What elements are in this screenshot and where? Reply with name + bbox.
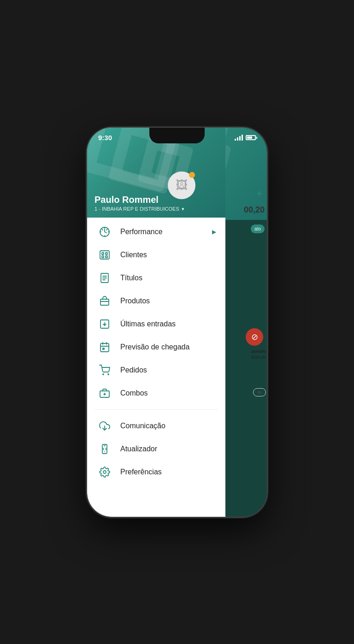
- svg-point-19: [108, 374, 109, 375]
- battery-icon: [246, 135, 256, 140]
- svg-rect-0: [100, 251, 109, 259]
- atualizador-icon: [96, 443, 113, 455]
- menu-section-main: Performance ▶: [87, 218, 225, 408]
- menu-item-label-titulos: Títulos: [120, 274, 216, 282]
- blocked-text: queado: [251, 349, 266, 354]
- svg-rect-1: [102, 253, 104, 254]
- drawer-chevron-icon: ▾: [182, 206, 184, 212]
- menu-item-label-produtos: Produtos: [120, 297, 216, 305]
- menu-item-label-comunicacao: Comunicação: [120, 422, 216, 430]
- phone-screen: 🖼 Paulo Rommel 1 - INBAHIA REP E DISTRIB…: [87, 128, 267, 517]
- drawer-avatar-icon: 🖼: [176, 178, 188, 192]
- menu-item-combos[interactable]: Combos: [87, 382, 225, 405]
- side-drawer: 🖼 Paulo Rommel 1 - INBAHIA REP E DISTRIB…: [87, 128, 225, 517]
- menu-section-secondary: Comunicação A: [87, 412, 225, 486]
- drawer-menu: Performance ▶: [87, 218, 225, 517]
- drawer-user-info: Paulo Rommel 1 - INBAHIA REP E DISTRIBUI…: [94, 195, 184, 212]
- svg-point-18: [103, 374, 104, 375]
- svg-rect-3: [102, 256, 104, 258]
- menu-item-performance[interactable]: Performance ▶: [87, 220, 225, 243]
- menu-item-comunicacao[interactable]: Comunicação: [87, 414, 225, 437]
- combos-icon: [96, 388, 113, 399]
- previsao-chegada-icon: [96, 342, 113, 353]
- status-time: 9:30: [98, 134, 112, 142]
- menu-item-produtos[interactable]: Produtos: [87, 290, 225, 313]
- performance-icon: [96, 226, 113, 237]
- svg-point-26: [104, 451, 105, 452]
- menu-item-label-previsao-chegada: Previsão de chegada: [120, 343, 216, 351]
- svg-rect-13: [100, 343, 109, 352]
- preferencias-icon: [96, 467, 113, 478]
- menu-item-pedidos[interactable]: Pedidos: [87, 359, 225, 382]
- menu-item-label-pedidos: Pedidos: [120, 366, 216, 374]
- clientes-icon: [96, 249, 113, 260]
- right-value: 00,20: [244, 205, 265, 215]
- status-icons: [235, 135, 256, 141]
- drawer-user-company: 1 - INBAHIA REP E DISTRIBUICOES ▾: [94, 206, 184, 212]
- right-side-content: + 00,20 ato ⊘ queado $200,00 do: [223, 128, 267, 517]
- menu-item-label-performance: Performance: [120, 228, 212, 236]
- menu-item-label-combos: Combos: [120, 389, 216, 397]
- produtos-icon: [96, 295, 113, 307]
- svg-rect-9: [100, 299, 109, 305]
- menu-item-previsao-chegada[interactable]: Previsão de chegada: [87, 336, 225, 359]
- ultimas-entradas-icon: [96, 319, 113, 330]
- right-plus-icon: +: [256, 188, 262, 200]
- menu-item-label-clientes: Clientes: [120, 251, 216, 259]
- svg-rect-2: [106, 253, 107, 254]
- menu-item-ultimas-entradas[interactable]: Últimas entradas: [87, 313, 225, 336]
- svg-rect-4: [106, 256, 107, 258]
- svg-point-27: [103, 471, 106, 473]
- blocked-icon: ⊘: [246, 328, 263, 346]
- titulos-icon: [96, 272, 113, 284]
- phone-notch: [149, 128, 205, 143]
- right-teal-button: ato: [251, 225, 265, 233]
- phone-frame: 🖼 Paulo Rommel 1 - INBAHIA REP E DISTRIB…: [87, 128, 267, 517]
- drawer-user-name: Paulo Rommel: [94, 195, 184, 205]
- menu-item-titulos[interactable]: Títulos: [87, 266, 225, 290]
- menu-item-label-ultimas-entradas: Últimas entradas: [120, 320, 216, 328]
- performance-arrow-icon: ▶: [212, 229, 216, 235]
- pedidos-icon: [96, 365, 113, 376]
- done-button: do: [253, 388, 266, 396]
- comunicacao-icon: [96, 420, 113, 431]
- drawer-avatar-badge: [189, 172, 195, 178]
- menu-item-clientes[interactable]: Clientes: [87, 243, 225, 266]
- menu-item-preferencias[interactable]: Preferências: [87, 461, 225, 484]
- signal-icon: [235, 135, 243, 141]
- menu-divider: [94, 409, 218, 410]
- menu-item-atualizador[interactable]: Atualizador: [87, 437, 225, 461]
- svg-rect-17: [103, 348, 104, 349]
- menu-item-label-preferencias: Preferências: [120, 468, 216, 476]
- blocked-amount: $200,00: [251, 355, 266, 360]
- menu-item-label-atualizador: Atualizador: [120, 445, 216, 453]
